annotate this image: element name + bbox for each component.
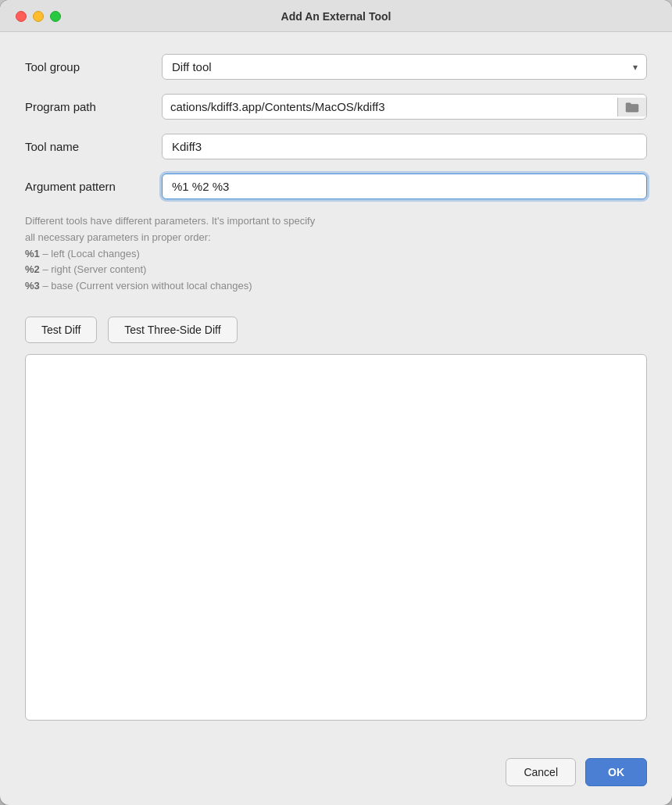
program-path-control xyxy=(162,94,647,120)
dialog-title: Add An External Tool xyxy=(281,10,391,23)
title-bar: Add An External Tool xyxy=(0,0,672,32)
cancel-button[interactable]: Cancel xyxy=(506,758,576,786)
path-wrapper xyxy=(162,94,647,120)
tool-name-row: Tool name xyxy=(25,134,647,159)
dialog-content: Tool group Diff tool Merge tool Other ▾ … xyxy=(0,32,672,758)
test-three-side-diff-button[interactable]: Test Three-Side Diff xyxy=(108,317,237,343)
maximize-button[interactable] xyxy=(50,11,61,22)
close-button[interactable] xyxy=(16,11,27,22)
argument-pattern-label: Argument pattern xyxy=(25,180,162,193)
dialog-footer: Cancel OK xyxy=(0,758,672,805)
tool-group-label: Tool group xyxy=(25,60,162,73)
tool-name-label: Tool name xyxy=(25,140,162,153)
param1-dash: – xyxy=(40,248,51,259)
test-diff-button[interactable]: Test Diff xyxy=(25,317,97,343)
ok-button[interactable]: OK xyxy=(585,758,647,786)
tool-group-select[interactable]: Diff tool Merge tool Other xyxy=(162,54,647,80)
tool-group-select-wrapper: Diff tool Merge tool Other ▾ xyxy=(162,54,647,80)
program-path-input[interactable] xyxy=(163,95,617,119)
argument-pattern-control xyxy=(162,174,647,199)
traffic-lights xyxy=(16,11,61,22)
param2-dash: – xyxy=(40,263,51,275)
param3-key: %3 xyxy=(25,280,40,292)
help-line1: Different tools have different parameter… xyxy=(25,215,315,227)
program-path-label: Program path xyxy=(25,100,162,113)
param2-desc: right (Server content) xyxy=(51,263,146,275)
tool-group-row: Tool group Diff tool Merge tool Other ▾ xyxy=(25,54,647,80)
param3-desc: base (Current version without local chan… xyxy=(51,280,252,292)
tool-name-input[interactable] xyxy=(162,134,647,159)
argument-pattern-input[interactable] xyxy=(162,174,647,199)
dialog-window: Add An External Tool Tool group Diff too… xyxy=(0,0,672,805)
folder-icon xyxy=(625,102,639,113)
param1-key: %1 xyxy=(25,248,40,259)
program-path-row: Program path xyxy=(25,94,647,120)
output-area xyxy=(25,354,647,721)
help-text-block: Different tools have different parameter… xyxy=(25,213,647,295)
param2-key: %2 xyxy=(25,263,40,275)
help-line2: all necessary parameters in proper order… xyxy=(25,231,211,243)
tool-name-control xyxy=(162,134,647,159)
param3-dash: – xyxy=(40,280,51,292)
minimize-button[interactable] xyxy=(33,11,44,22)
argument-pattern-row: Argument pattern xyxy=(25,174,647,199)
test-buttons-row: Test Diff Test Three-Side Diff xyxy=(25,317,647,343)
browse-button[interactable] xyxy=(617,98,646,116)
param1-desc: left (Local changes) xyxy=(51,248,139,259)
tool-group-control: Diff tool Merge tool Other ▾ xyxy=(162,54,647,80)
